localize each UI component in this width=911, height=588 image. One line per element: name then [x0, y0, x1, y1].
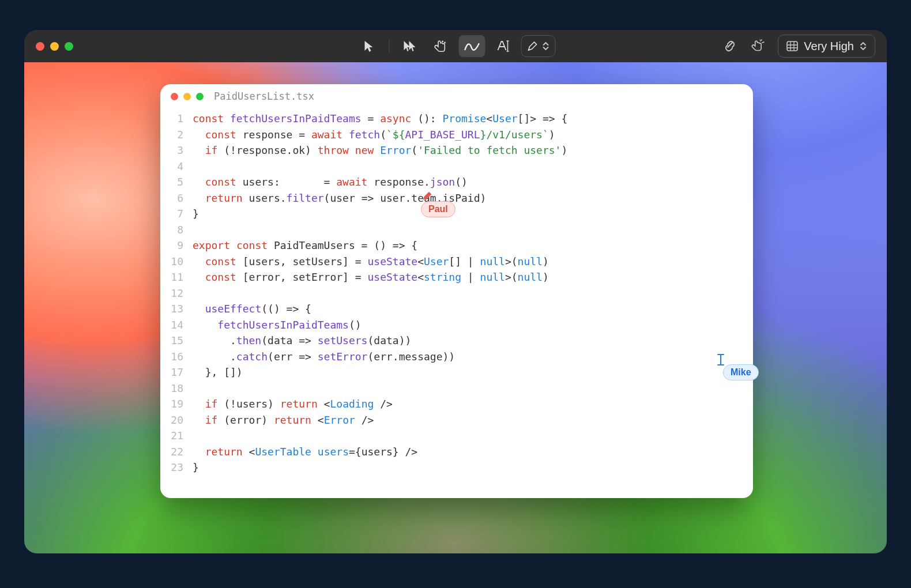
line-number: 7: [160, 206, 193, 222]
app-titlebar: Very High: [24, 30, 887, 62]
line-number: 19: [160, 396, 193, 412]
line-number: 10: [160, 254, 193, 270]
svg-rect-2: [787, 42, 797, 51]
line-number: 11: [160, 269, 193, 285]
chevron-updown-icon: [860, 42, 867, 51]
collaborator-cursor-paul: Paul: [421, 190, 456, 217]
toolbar-right: Very High: [722, 35, 875, 58]
editor-close-button[interactable]: [171, 93, 178, 100]
toolbar: [356, 35, 556, 57]
wave-hand-icon[interactable]: [750, 39, 765, 54]
arrow-tool[interactable]: [356, 35, 382, 57]
close-window-button[interactable]: [36, 42, 44, 51]
line-number: 6: [160, 190, 193, 206]
line-number: 18: [160, 380, 193, 397]
line-number: 23: [160, 459, 193, 476]
svg-point-0: [442, 41, 443, 43]
editor-traffic-lights: [171, 93, 204, 100]
line-number: 8: [160, 222, 193, 238]
traffic-lights: [36, 42, 73, 51]
pencil-icon: [528, 41, 538, 51]
line-number: 16: [160, 349, 193, 365]
editor-minimize-button[interactable]: [183, 93, 191, 100]
line-number: 13: [160, 301, 193, 317]
multi-arrow-tool[interactable]: [397, 35, 423, 57]
code-area[interactable]: 1const fetchUsersInPaidTeams = async ():…: [160, 108, 753, 498]
line-number: 4: [160, 159, 193, 175]
ibeam-cursor-icon: [716, 353, 725, 367]
chevron-updown-icon: [543, 42, 549, 51]
text-tool[interactable]: [490, 35, 517, 57]
click-tool[interactable]: [428, 35, 454, 57]
canvas[interactable]: PaidUsersList.tsx 1const fetchUsersInPai…: [24, 62, 887, 553]
app-window: Very High PaidUsersList.tsx 1const fetch…: [24, 30, 887, 553]
minimize-window-button[interactable]: [50, 42, 59, 51]
grid-icon: [786, 41, 798, 51]
link-icon[interactable]: [722, 40, 737, 52]
line-number: 15: [160, 333, 193, 349]
collaborator-cursor-mike: Mike: [723, 353, 759, 380]
line-number: 14: [160, 317, 193, 333]
line-number: 12: [160, 285, 193, 301]
line-number: 22: [160, 444, 193, 460]
editor-maximize-button[interactable]: [196, 93, 204, 100]
toolbar-separator: [389, 39, 390, 53]
pen-style-picker[interactable]: [521, 35, 556, 57]
line-number: 9: [160, 238, 193, 254]
line-number: 2: [160, 127, 193, 143]
line-number: 17: [160, 364, 193, 380]
editor-titlebar: PaidUsersList.tsx: [160, 84, 753, 108]
line-number: 21: [160, 428, 193, 444]
line-number: 3: [160, 142, 193, 159]
collaborator-label: Paul: [421, 201, 456, 217]
svg-point-1: [444, 42, 446, 44]
code-editor-window[interactable]: PaidUsersList.tsx 1const fetchUsersInPai…: [160, 84, 753, 498]
line-number: 20: [160, 412, 193, 428]
quality-picker[interactable]: Very High: [778, 35, 875, 58]
quality-label: Very High: [804, 40, 854, 53]
draw-tool[interactable]: [459, 35, 485, 57]
collaborator-label: Mike: [723, 364, 759, 380]
pencil-icon: [421, 190, 434, 202]
maximize-window-button[interactable]: [65, 42, 73, 51]
line-number: 5: [160, 174, 193, 190]
line-number: 1: [160, 111, 193, 127]
editor-filename: PaidUsersList.tsx: [214, 91, 314, 102]
